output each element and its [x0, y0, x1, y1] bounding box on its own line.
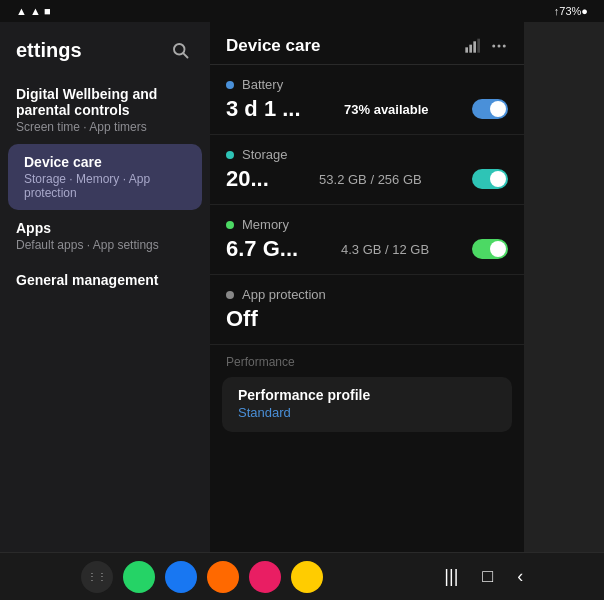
header-icons	[464, 37, 508, 55]
svg-point-8	[503, 45, 506, 48]
memory-label: Memory	[242, 217, 289, 232]
panel-content: Battery 3 d 1 ... 73% available Storage	[210, 65, 524, 552]
search-button[interactable]	[166, 36, 194, 64]
memory-detail: 4.3 GB / 12 GB	[341, 242, 429, 257]
app-icon-app3[interactable]	[207, 561, 239, 593]
app-protection-label: App protection	[242, 287, 326, 302]
battery-label: Battery	[242, 77, 283, 92]
sidebar-items-list: Digital Wellbeing and parental controls …	[0, 72, 210, 552]
battery-detail: 73% available	[344, 102, 429, 117]
app-icons-row: ⋮⋮	[81, 561, 323, 593]
battery-dot	[226, 81, 234, 89]
device-care-panel: Device care Battery	[210, 22, 524, 552]
storage-toggle[interactable]	[472, 169, 508, 189]
storage-detail: 53.2 GB / 256 GB	[319, 172, 422, 187]
performance-profile-title: Performance profile	[238, 387, 496, 403]
app-protection-value: Off	[226, 306, 258, 332]
panel-header: Device care	[210, 22, 524, 65]
battery-value: 3 d 1 ...	[226, 96, 301, 122]
right-edge-decoration	[524, 22, 604, 552]
memory-value: 6.7 G...	[226, 236, 298, 262]
svg-point-7	[498, 45, 501, 48]
app-protection-dot	[226, 291, 234, 299]
storage-item[interactable]: Storage 20... 53.2 GB / 256 GB	[210, 135, 524, 205]
svg-rect-2	[465, 47, 468, 52]
more-icon[interactable]	[490, 37, 508, 55]
status-bar: ▲ ▲ ■ ↑73%●	[0, 0, 604, 22]
app-icon-app4[interactable]	[249, 561, 281, 593]
memory-item[interactable]: Memory 6.7 G... 4.3 GB / 12 GB	[210, 205, 524, 275]
app-icon-whatsapp[interactable]	[123, 561, 155, 593]
bottom-nav: ⋮⋮ ||| □ ‹	[0, 552, 604, 600]
sidebar-item-digital-wellbeing[interactable]: Digital Wellbeing and parental controls …	[0, 76, 210, 144]
app-icon-facebook[interactable]	[165, 561, 197, 593]
svg-rect-3	[469, 45, 472, 53]
memory-toggle[interactable]	[472, 239, 508, 259]
signal-icon	[464, 38, 480, 54]
memory-dot	[226, 221, 234, 229]
status-right: ↑73%●	[554, 5, 588, 17]
performance-profile-value: Standard	[238, 405, 496, 420]
app-protection-item[interactable]: App protection Off	[210, 275, 524, 345]
sidebar-title: ettings	[16, 39, 82, 62]
svg-rect-5	[477, 39, 480, 53]
sidebar-item-device-care[interactable]: Device care Storage · Memory · App prote…	[8, 144, 202, 210]
storage-dot	[226, 151, 234, 159]
sidebar-item-general-management[interactable]: General management	[0, 262, 210, 300]
svg-rect-4	[473, 41, 476, 52]
storage-label: Storage	[242, 147, 288, 162]
nav-back-icon[interactable]: ‹	[517, 566, 523, 587]
app-icon-menu[interactable]: ⋮⋮	[81, 561, 113, 593]
settings-sidebar: ettings Digital Wellbeing and parental c…	[0, 22, 210, 552]
battery-toggle[interactable]	[472, 99, 508, 119]
svg-point-6	[492, 45, 495, 48]
sidebar-header: ettings	[0, 22, 210, 72]
sidebar-item-apps[interactable]: Apps Default apps · App settings	[0, 210, 210, 262]
storage-value: 20...	[226, 166, 269, 192]
nav-home-icon[interactable]: □	[482, 566, 493, 587]
battery-item[interactable]: Battery 3 d 1 ... 73% available	[210, 65, 524, 135]
app-icon-app5[interactable]	[291, 561, 323, 593]
performance-profile-item[interactable]: Performance profile Standard	[222, 377, 512, 432]
performance-section-label: Performance	[210, 345, 524, 373]
nav-recents-icon[interactable]: |||	[444, 566, 458, 587]
svg-line-1	[183, 53, 187, 57]
status-left: ▲ ▲ ■	[16, 5, 51, 17]
panel-title: Device care	[226, 36, 321, 56]
